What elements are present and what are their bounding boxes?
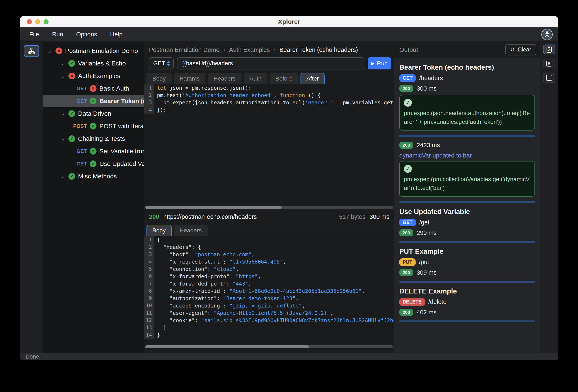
status-badge: 200 bbox=[399, 229, 413, 236]
tree-item[interactable]: GET✓Set Variable from Respo… bbox=[43, 145, 144, 158]
code-text: pm.test('Authorization header echoed', f… bbox=[154, 92, 394, 99]
line-number: 6 bbox=[144, 273, 154, 280]
method-badge: DELETE bbox=[399, 298, 425, 306]
line-number: 12 bbox=[144, 317, 154, 324]
status-badge: 200 bbox=[399, 269, 413, 276]
tree-item[interactable]: GET✓Use Updated Variable bbox=[43, 158, 144, 170]
clear-button[interactable]: ↺ Clear bbox=[505, 44, 536, 55]
tab-auth[interactable]: Auth bbox=[243, 73, 267, 84]
editor-hscrollbar[interactable] bbox=[144, 205, 394, 210]
menu-item-file[interactable]: File bbox=[29, 31, 39, 38]
badge-line-text: 299 ms bbox=[417, 229, 436, 236]
line-number: 14 bbox=[144, 331, 154, 339]
code-line: 7 "x-forwarded-port": "443", bbox=[144, 280, 394, 287]
window-title: Xplorer bbox=[20, 18, 558, 25]
run-button[interactable]: ▶ Run bbox=[368, 57, 391, 69]
response-meta: 200 https://postman-echo.com/headers 517… bbox=[144, 210, 394, 224]
output-divider bbox=[399, 320, 535, 322]
tab-after[interactable]: After bbox=[300, 73, 325, 84]
response-url: https://postman-echo.com/headers bbox=[163, 213, 257, 220]
tree-item[interactable]: ⌄✓Data Driven bbox=[43, 107, 144, 120]
line-number: 9 bbox=[144, 295, 154, 302]
tree-item-label: Chaining & Tests bbox=[78, 135, 125, 142]
code-line: 8 "x-amzn-trace-id": "Root=1-68e0e0c0-4a… bbox=[144, 287, 394, 295]
breadcrumb-segment[interactable]: Postman Emulation Demo bbox=[149, 46, 220, 53]
code-text: "accept-encoding": "gzip, x-gzip, deflat… bbox=[154, 302, 394, 309]
code-text: "x-forwarded-proto": "https", bbox=[154, 273, 394, 280]
badge-line-text: /get bbox=[419, 219, 429, 226]
menu-item-run[interactable]: Run bbox=[52, 31, 63, 38]
response-tab-headers[interactable]: Headers bbox=[174, 225, 208, 236]
tab-before[interactable]: Before bbox=[270, 73, 299, 84]
sitemap-icon bbox=[27, 48, 36, 54]
tab-params[interactable]: Params bbox=[174, 73, 205, 84]
tab-body[interactable]: Body bbox=[146, 73, 172, 84]
badge-line-text: 300 ms bbox=[417, 85, 436, 92]
tree-item[interactable]: ›✓Misc Methods bbox=[43, 170, 144, 183]
tree-item[interactable]: GET✓Bearer Token (echo hea… bbox=[43, 95, 144, 107]
output-badge-line: 200309 ms bbox=[399, 269, 535, 276]
method-badge: GET bbox=[399, 74, 416, 82]
method-select[interactable]: GET bbox=[149, 57, 174, 69]
menu-item-options[interactable]: Options bbox=[76, 31, 97, 38]
status-bar: Done. bbox=[20, 353, 558, 360]
e-square-icon: E bbox=[546, 61, 552, 67]
tree-item[interactable]: GET✕Basic Auth bbox=[43, 82, 144, 95]
tree-item[interactable]: ⌄✕Postman Emulation Demo bbox=[43, 44, 144, 57]
tree-item-label: Variables & Echo bbox=[78, 60, 126, 67]
response-tab-body[interactable]: Body bbox=[146, 225, 172, 236]
chevron-right-icon[interactable]: › bbox=[60, 173, 65, 180]
collection-tree-button[interactable] bbox=[24, 45, 39, 57]
output-request-heading: Use Updated Variable bbox=[399, 208, 535, 216]
line-number: 7 bbox=[144, 280, 154, 287]
breadcrumb: Postman Emulation Demo›Auth Examples›Bea… bbox=[144, 42, 394, 55]
tree-item-label: POST with Iteration Data bbox=[99, 123, 144, 130]
line-number: 3 bbox=[144, 251, 154, 258]
tree-item[interactable]: ⌄✕Auth Examples bbox=[43, 70, 144, 82]
tab-headers[interactable]: Headers bbox=[208, 73, 241, 84]
line-number: 1 bbox=[144, 84, 154, 92]
badge-line-text: /headers bbox=[419, 75, 443, 82]
karate-figure-icon bbox=[543, 31, 551, 38]
response-body-viewer[interactable]: 1{2 "headers": {3 "host": "postman-echo.… bbox=[144, 236, 394, 345]
line-number: 1 bbox=[144, 236, 154, 244]
check-circle-icon: ✓ bbox=[404, 165, 412, 173]
code-line: 1let json = pm.response.json(); bbox=[144, 84, 394, 92]
response-hscrollbar[interactable] bbox=[144, 345, 394, 349]
breadcrumb-segment[interactable]: Bearer Token (echo headers) bbox=[279, 46, 358, 53]
menu-item-help[interactable]: Help bbox=[110, 31, 123, 38]
tree-item[interactable]: ›✓Variables & Echo bbox=[43, 57, 144, 70]
code-line: 12 "cookie": "sails.sid=s%3AFU9pd9A0vkTH… bbox=[144, 317, 394, 324]
breadcrumb-segment[interactable]: Auth Examples bbox=[229, 46, 270, 53]
env-view-button[interactable]: E bbox=[543, 59, 555, 68]
chevron-down-icon[interactable]: ⌄ bbox=[60, 135, 65, 142]
code-line: 1{ bbox=[144, 236, 394, 244]
code-line: 3 pm.expect(json.headers.authorization).… bbox=[144, 99, 394, 106]
chevron-down-icon[interactable]: ⌄ bbox=[47, 48, 52, 54]
export-button[interactable]: ↓ bbox=[543, 73, 555, 83]
output-list: Bearer Token (echo headers)GET/headers20… bbox=[394, 58, 540, 353]
code-text: "host": "postman-echo.com", bbox=[154, 251, 394, 258]
code-line: 4 "x-request-start": "t1759568064.495", bbox=[144, 258, 394, 265]
tree-item[interactable]: ⌄✓Chaining & Tests bbox=[43, 132, 144, 145]
script-editor[interactable]: 1let json = pm.response.json();2pm.test(… bbox=[144, 84, 394, 205]
test-assertion-text: pm.expect(json.headers.authorization).to… bbox=[404, 109, 530, 126]
fail-status-icon: ✕ bbox=[55, 47, 62, 54]
clipboard-check-icon bbox=[546, 46, 552, 53]
output-header: Output ↺ Clear bbox=[394, 42, 540, 58]
output-divider bbox=[399, 241, 535, 243]
tree-item[interactable]: POST✓POST with Iteration Data bbox=[43, 120, 144, 132]
chevron-down-icon[interactable]: ⌄ bbox=[60, 110, 65, 117]
output-request-heading: DELETE Example bbox=[399, 287, 535, 295]
tests-view-button[interactable] bbox=[543, 44, 555, 54]
pass-status-icon: ✓ bbox=[68, 135, 75, 142]
output-panel: Output ↺ Clear Bearer Token (echo header… bbox=[394, 42, 540, 353]
right-icon-rail: E ↓ bbox=[540, 42, 558, 353]
chevron-right-icon[interactable]: › bbox=[60, 60, 65, 67]
chevron-down-icon[interactable]: ⌄ bbox=[60, 73, 65, 79]
method-badge: PUT bbox=[399, 258, 416, 266]
check-circle-icon: ✓ bbox=[404, 99, 412, 107]
response-size: 517 bytes bbox=[339, 213, 365, 220]
mascot-icon[interactable] bbox=[541, 29, 553, 40]
url-input[interactable] bbox=[177, 57, 364, 69]
